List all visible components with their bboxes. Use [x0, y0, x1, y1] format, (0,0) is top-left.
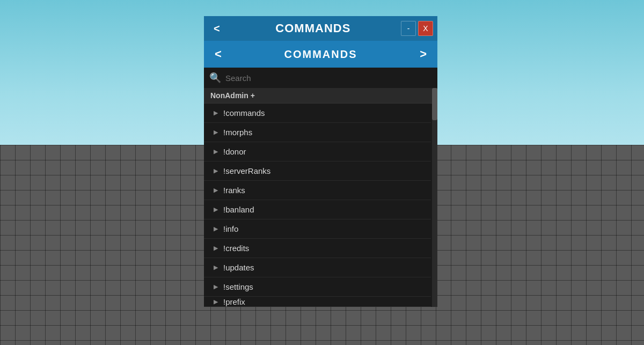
search-bar: 🔍	[204, 68, 437, 88]
scrollbar-thumb[interactable]	[432, 88, 437, 120]
prev-page-button[interactable]: <	[209, 45, 227, 63]
commands-dialog: < COMMANDS - X < COMMANDS > 🔍 NonAdmin +…	[204, 16, 437, 307]
command-list: ▶!commands▶!morphs▶!donor▶!serverRanks▶!…	[204, 104, 437, 307]
command-name: !credits	[223, 244, 249, 253]
content-area: NonAdmin + ▶!commands▶!morphs▶!donor▶!se…	[204, 88, 437, 307]
command-name: !banland	[223, 205, 254, 214]
expand-arrow-icon: ▶	[214, 206, 218, 213]
list-item[interactable]: ▶!ranks	[204, 181, 431, 200]
list-item[interactable]: ▶!settings	[204, 277, 431, 297]
list-item[interactable]: ▶!credits	[204, 239, 431, 258]
command-name: !commands	[223, 108, 265, 118]
title-bar-controls: - X	[401, 21, 433, 36]
title-bar-title: COMMANDS	[229, 21, 398, 35]
close-button[interactable]: X	[418, 21, 433, 36]
command-name: !prefix	[223, 297, 245, 306]
list-item[interactable]: ▶!donor	[204, 142, 431, 162]
expand-arrow-icon: ▶	[214, 187, 218, 194]
expand-arrow-icon: ▶	[214, 283, 218, 290]
expand-arrow-icon: ▶	[214, 109, 218, 116]
expand-arrow-icon: ▶	[214, 225, 218, 232]
expand-arrow-icon: ▶	[214, 245, 218, 252]
command-name: !serverRanks	[223, 166, 270, 175]
sub-header: < COMMANDS >	[204, 41, 437, 68]
title-bar-back-button[interactable]: <	[208, 20, 225, 37]
list-item[interactable]: ▶!serverRanks	[204, 162, 431, 181]
list-item[interactable]: ▶!banland	[204, 200, 431, 219]
search-input[interactable]	[225, 74, 432, 83]
command-name: !settings	[223, 282, 253, 291]
minimize-button[interactable]: -	[401, 21, 416, 36]
command-name: !morphs	[223, 128, 252, 137]
expand-arrow-icon: ▶	[214, 148, 218, 155]
expand-arrow-icon: ▶	[214, 264, 218, 271]
command-name: !info	[223, 224, 238, 233]
command-name: !ranks	[223, 186, 245, 195]
list-item[interactable]: ▶!morphs	[204, 123, 431, 142]
scrollbar-track[interactable]	[432, 88, 437, 307]
list-item[interactable]: ▶!updates	[204, 258, 431, 277]
list-item[interactable]: ▶!info	[204, 219, 431, 239]
category-header: NonAdmin +	[204, 88, 437, 104]
command-name: !updates	[223, 263, 254, 272]
search-icon: 🔍	[209, 72, 221, 84]
list-item[interactable]: ▶!prefix	[204, 297, 431, 307]
next-page-button[interactable]: >	[414, 45, 432, 63]
command-name: !donor	[223, 147, 246, 156]
sub-header-title: COMMANDS	[227, 48, 414, 61]
expand-arrow-icon: ▶	[214, 129, 218, 136]
title-bar: < COMMANDS - X	[204, 16, 437, 41]
expand-arrow-icon: ▶	[214, 167, 218, 174]
expand-arrow-icon: ▶	[214, 298, 218, 305]
list-item[interactable]: ▶!commands	[204, 104, 431, 123]
